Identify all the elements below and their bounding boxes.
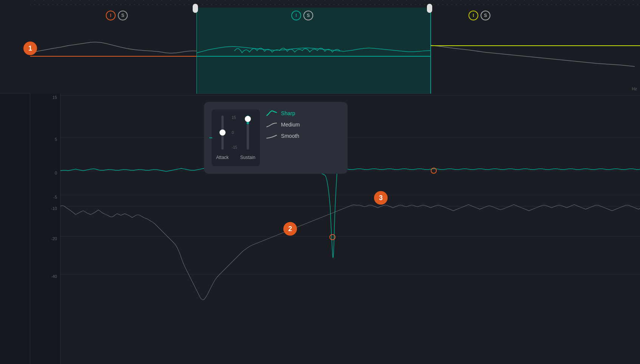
y-label-5: 5 xyxy=(55,137,57,142)
track2-power-btn[interactable]: I xyxy=(291,11,301,20)
track-lane-3: I S xyxy=(431,8,640,94)
scale-ruler: 15 0 -15 xyxy=(230,116,238,150)
smooth-curve-icon xyxy=(266,132,277,140)
sliders-row: Attack 15 0 -15 Sustain xyxy=(216,116,255,160)
medium-label: Medium xyxy=(281,122,300,128)
sharp-label: Sharp xyxy=(281,110,295,116)
y-label-minus20: -20 xyxy=(51,236,57,241)
sharp-curve-icon xyxy=(266,110,277,117)
top-area: I S I S I xyxy=(0,0,640,94)
attack-slider-container: Attack xyxy=(216,116,229,160)
separator-left xyxy=(196,8,197,94)
track3-waveform xyxy=(431,23,640,83)
y-label-0: 0 xyxy=(55,171,57,175)
scale-mid: 0 xyxy=(232,131,237,135)
y-label-minus40: -40 xyxy=(51,274,57,279)
curve-option-medium[interactable]: Medium xyxy=(266,121,300,128)
region-marker-left[interactable] xyxy=(193,4,198,13)
attack-label: Attack xyxy=(216,155,229,160)
track2-controls: I S xyxy=(291,11,313,20)
badge-1: 1 xyxy=(23,42,37,55)
timeline-ruler xyxy=(30,0,640,8)
smooth-label: Smooth xyxy=(281,133,299,139)
attack-track xyxy=(221,116,224,150)
timeline-dots xyxy=(30,0,640,8)
attack-slider-thumb[interactable] xyxy=(220,130,226,136)
y-label-minus10: -10 xyxy=(51,206,57,211)
track-lane-1: I S xyxy=(30,8,196,94)
y-label-minus5: -5 xyxy=(53,195,57,199)
track1-controls: I S xyxy=(106,11,128,20)
y-label-15: 15 xyxy=(53,95,57,100)
separator-right xyxy=(431,8,431,94)
scale-bot: -15 xyxy=(232,145,237,150)
waveform-canvas xyxy=(60,94,640,364)
sustain-slider-container: Sustain xyxy=(240,116,255,160)
track3-solo-btn[interactable]: S xyxy=(481,11,490,20)
track3-controls: I S xyxy=(468,11,490,20)
sliders-container: Attack 15 0 -15 Sustain xyxy=(212,110,260,166)
medium-curve-icon xyxy=(266,121,277,128)
sustain-track xyxy=(247,116,249,150)
curve-option-sharp[interactable]: Sharp xyxy=(266,110,300,117)
badge-2: 2 xyxy=(283,222,297,236)
track3-power-btn[interactable]: I xyxy=(468,11,478,20)
curve-options: Sharp Medium Smooth xyxy=(266,110,300,140)
yellow-baseline xyxy=(431,45,640,46)
sustain-label: Sustain xyxy=(240,155,255,160)
region-marker-right[interactable] xyxy=(427,4,432,13)
orange-baseline xyxy=(30,56,196,57)
track1-solo-btn[interactable]: S xyxy=(118,11,128,20)
popup-panel: Attack 15 0 -15 Sustain xyxy=(204,102,348,174)
svg-point-0 xyxy=(330,234,335,240)
track1-power-btn[interactable]: I xyxy=(106,11,116,20)
badge-3: 3 xyxy=(374,191,388,205)
main-waveform-svg xyxy=(60,94,640,364)
track1-waveform xyxy=(30,23,196,83)
svg-point-1 xyxy=(431,168,436,173)
sustain-slider-thumb[interactable] xyxy=(245,116,251,122)
hz-label: Hz xyxy=(632,86,637,91)
scale-top: 15 xyxy=(232,116,237,120)
curve-option-smooth[interactable]: Smooth xyxy=(266,132,300,140)
y-axis: 15 5 0 -5 -10 -20 -40 xyxy=(30,94,60,364)
track-lane-2: I S xyxy=(196,8,431,94)
track2-solo-btn[interactable]: S xyxy=(303,11,313,20)
track2-waveform xyxy=(197,23,430,83)
teal-baseline xyxy=(196,56,431,57)
